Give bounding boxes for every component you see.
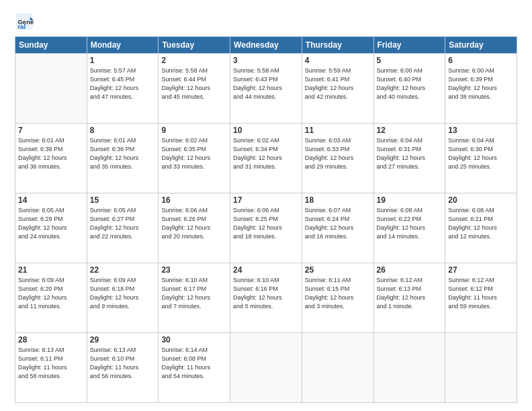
day-number: 26 bbox=[377, 265, 443, 275]
calendar-cell: 27Sunrise: 6:12 AM Sunset: 6:12 PM Dayli… bbox=[445, 263, 517, 333]
calendar-cell: 28Sunrise: 6:13 AM Sunset: 6:11 PM Dayli… bbox=[15, 333, 87, 403]
day-info: Sunrise: 6:04 AM Sunset: 6:31 PM Dayligh… bbox=[377, 136, 443, 171]
calendar-cell: 29Sunrise: 6:13 AM Sunset: 6:10 PM Dayli… bbox=[87, 333, 159, 403]
day-info: Sunrise: 6:13 AM Sunset: 6:11 PM Dayligh… bbox=[18, 346, 84, 381]
calendar-cell: 12Sunrise: 6:04 AM Sunset: 6:31 PM Dayli… bbox=[373, 124, 445, 193]
day-number: 9 bbox=[161, 126, 227, 135]
day-info: Sunrise: 5:58 AM Sunset: 6:44 PM Dayligh… bbox=[161, 66, 227, 101]
day-info: Sunrise: 6:09 AM Sunset: 6:20 PM Dayligh… bbox=[18, 276, 84, 311]
col-header-saturday: Saturday bbox=[445, 37, 517, 54]
day-number: 16 bbox=[161, 195, 227, 205]
day-number: 22 bbox=[90, 265, 156, 275]
calendar-table: SundayMondayTuesdayWednesdayThursdayFrid… bbox=[15, 36, 517, 403]
calendar-cell: 5Sunrise: 6:00 AM Sunset: 6:40 PM Daylig… bbox=[373, 54, 445, 124]
day-number: 23 bbox=[161, 265, 227, 275]
day-info: Sunrise: 6:01 AM Sunset: 6:38 PM Dayligh… bbox=[18, 136, 84, 171]
calendar-cell: 2Sunrise: 5:58 AM Sunset: 6:44 PM Daylig… bbox=[159, 54, 230, 124]
day-number: 5 bbox=[377, 56, 443, 65]
day-number: 2 bbox=[161, 56, 227, 65]
calendar-cell: 1Sunrise: 5:57 AM Sunset: 6:45 PM Daylig… bbox=[87, 54, 159, 124]
day-info: Sunrise: 6:06 AM Sunset: 6:25 PM Dayligh… bbox=[233, 206, 299, 241]
calendar-cell: 23Sunrise: 6:10 AM Sunset: 6:17 PM Dayli… bbox=[159, 263, 230, 333]
calendar-cell bbox=[445, 333, 517, 403]
calendar-cell: 15Sunrise: 6:05 AM Sunset: 6:27 PM Dayli… bbox=[87, 193, 159, 263]
day-info: Sunrise: 6:07 AM Sunset: 6:24 PM Dayligh… bbox=[305, 206, 371, 241]
day-number: 27 bbox=[448, 265, 514, 275]
calendar-cell: 10Sunrise: 6:02 AM Sunset: 6:34 PM Dayli… bbox=[230, 124, 302, 193]
day-info: Sunrise: 6:08 AM Sunset: 6:22 PM Dayligh… bbox=[377, 206, 443, 241]
calendar-cell bbox=[373, 333, 445, 403]
calendar-cell: 24Sunrise: 6:10 AM Sunset: 6:16 PM Dayli… bbox=[230, 263, 302, 333]
day-number: 24 bbox=[233, 265, 299, 275]
col-header-monday: Monday bbox=[87, 37, 159, 54]
calendar-header-row: SundayMondayTuesdayWednesdayThursdayFrid… bbox=[15, 37, 517, 54]
calendar-cell: 7Sunrise: 6:01 AM Sunset: 6:38 PM Daylig… bbox=[15, 124, 87, 193]
col-header-tuesday: Tuesday bbox=[159, 37, 230, 54]
day-info: Sunrise: 6:05 AM Sunset: 6:29 PM Dayligh… bbox=[18, 206, 84, 241]
calendar-week-row: 28Sunrise: 6:13 AM Sunset: 6:11 PM Dayli… bbox=[15, 333, 517, 403]
day-number: 20 bbox=[448, 195, 514, 205]
day-info: Sunrise: 5:58 AM Sunset: 6:43 PM Dayligh… bbox=[233, 66, 299, 101]
day-number: 15 bbox=[90, 195, 156, 205]
calendar-cell: 19Sunrise: 6:08 AM Sunset: 6:22 PM Dayli… bbox=[373, 193, 445, 263]
day-info: Sunrise: 6:10 AM Sunset: 6:16 PM Dayligh… bbox=[233, 276, 299, 311]
day-info: Sunrise: 6:05 AM Sunset: 6:27 PM Dayligh… bbox=[90, 206, 156, 241]
day-number: 7 bbox=[18, 126, 84, 135]
day-number: 1 bbox=[90, 56, 156, 65]
day-info: Sunrise: 6:02 AM Sunset: 6:34 PM Dayligh… bbox=[233, 136, 299, 171]
day-number: 11 bbox=[305, 126, 371, 135]
day-number: 6 bbox=[448, 56, 514, 65]
day-info: Sunrise: 6:14 AM Sunset: 6:08 PM Dayligh… bbox=[161, 346, 227, 381]
day-info: Sunrise: 6:01 AM Sunset: 6:36 PM Dayligh… bbox=[90, 136, 156, 171]
day-info: Sunrise: 6:06 AM Sunset: 6:26 PM Dayligh… bbox=[161, 206, 227, 241]
day-number: 17 bbox=[233, 195, 299, 205]
calendar-week-row: 14Sunrise: 6:05 AM Sunset: 6:29 PM Dayli… bbox=[15, 193, 517, 263]
day-number: 8 bbox=[90, 126, 156, 135]
calendar-cell: 18Sunrise: 6:07 AM Sunset: 6:24 PM Dayli… bbox=[302, 193, 373, 263]
calendar-cell: 26Sunrise: 6:12 AM Sunset: 6:13 PM Dayli… bbox=[373, 263, 445, 333]
calendar-cell: 20Sunrise: 6:08 AM Sunset: 6:21 PM Dayli… bbox=[445, 193, 517, 263]
calendar-cell: 6Sunrise: 6:00 AM Sunset: 6:39 PM Daylig… bbox=[445, 54, 517, 124]
calendar-cell bbox=[302, 333, 373, 403]
calendar-cell: 17Sunrise: 6:06 AM Sunset: 6:25 PM Dayli… bbox=[230, 193, 302, 263]
calendar-cell: 30Sunrise: 6:14 AM Sunset: 6:08 PM Dayli… bbox=[159, 333, 230, 403]
day-number: 12 bbox=[377, 126, 443, 135]
col-header-friday: Friday bbox=[373, 37, 445, 54]
day-info: Sunrise: 6:08 AM Sunset: 6:21 PM Dayligh… bbox=[448, 206, 514, 241]
col-header-wednesday: Wednesday bbox=[230, 37, 302, 54]
calendar-cell: 14Sunrise: 6:05 AM Sunset: 6:29 PM Dayli… bbox=[15, 193, 87, 263]
day-number: 10 bbox=[233, 126, 299, 135]
day-number: 28 bbox=[18, 335, 84, 345]
calendar-cell: 16Sunrise: 6:06 AM Sunset: 6:26 PM Dayli… bbox=[159, 193, 230, 263]
col-header-thursday: Thursday bbox=[302, 37, 373, 54]
day-number: 30 bbox=[161, 335, 227, 345]
day-info: Sunrise: 6:11 AM Sunset: 6:15 PM Dayligh… bbox=[305, 276, 371, 311]
day-info: Sunrise: 6:09 AM Sunset: 6:18 PM Dayligh… bbox=[90, 276, 156, 311]
day-number: 19 bbox=[377, 195, 443, 205]
day-number: 4 bbox=[305, 56, 371, 65]
col-header-sunday: Sunday bbox=[15, 37, 87, 54]
calendar-week-row: 7Sunrise: 6:01 AM Sunset: 6:38 PM Daylig… bbox=[15, 124, 517, 193]
day-number: 29 bbox=[90, 335, 156, 345]
day-number: 18 bbox=[305, 195, 371, 205]
calendar-cell: 25Sunrise: 6:11 AM Sunset: 6:15 PM Dayli… bbox=[302, 263, 373, 333]
day-number: 3 bbox=[233, 56, 299, 65]
day-number: 25 bbox=[305, 265, 371, 275]
day-info: Sunrise: 6:00 AM Sunset: 6:40 PM Dayligh… bbox=[377, 66, 443, 101]
logo-icon: Gene ral bbox=[15, 12, 34, 31]
day-number: 14 bbox=[18, 195, 84, 205]
header: Gene ral bbox=[15, 12, 517, 31]
day-info: Sunrise: 5:57 AM Sunset: 6:45 PM Dayligh… bbox=[90, 66, 156, 101]
page: Gene ral SundayMondayTuesdayWednesdayThu… bbox=[0, 0, 532, 411]
day-info: Sunrise: 6:13 AM Sunset: 6:10 PM Dayligh… bbox=[90, 346, 156, 381]
calendar-cell: 11Sunrise: 6:03 AM Sunset: 6:33 PM Dayli… bbox=[302, 124, 373, 193]
day-info: Sunrise: 6:02 AM Sunset: 6:35 PM Dayligh… bbox=[161, 136, 227, 171]
calendar-cell: 22Sunrise: 6:09 AM Sunset: 6:18 PM Dayli… bbox=[87, 263, 159, 333]
calendar-week-row: 21Sunrise: 6:09 AM Sunset: 6:20 PM Dayli… bbox=[15, 263, 517, 333]
day-info: Sunrise: 6:12 AM Sunset: 6:13 PM Dayligh… bbox=[377, 276, 443, 311]
day-info: Sunrise: 5:59 AM Sunset: 6:41 PM Dayligh… bbox=[305, 66, 371, 101]
day-number: 21 bbox=[18, 265, 84, 275]
calendar-cell bbox=[15, 54, 87, 124]
calendar-cell: 21Sunrise: 6:09 AM Sunset: 6:20 PM Dayli… bbox=[15, 263, 87, 333]
calendar-cell: 3Sunrise: 5:58 AM Sunset: 6:43 PM Daylig… bbox=[230, 54, 302, 124]
